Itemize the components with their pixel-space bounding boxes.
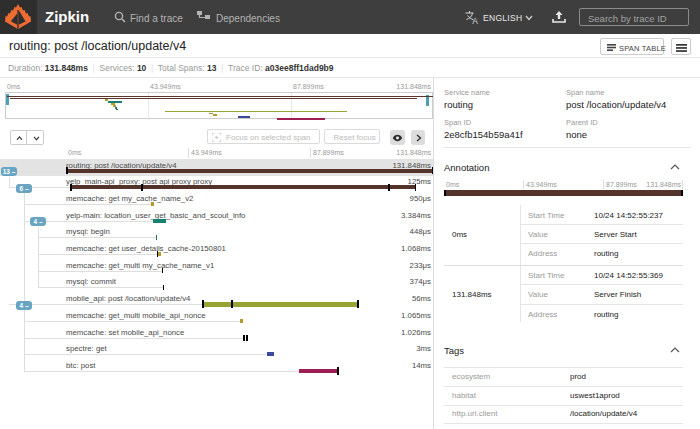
svg-text:A: A (472, 16, 478, 24)
